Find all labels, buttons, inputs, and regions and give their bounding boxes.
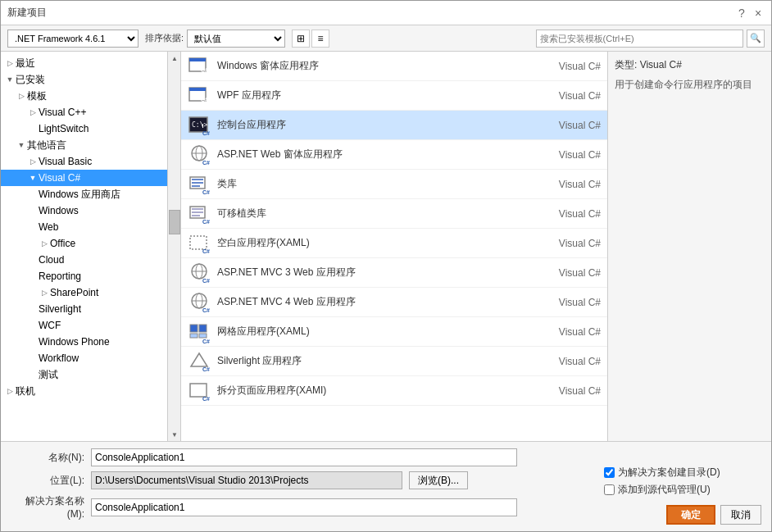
tree-item-office[interactable]: ▷ Office [1,235,180,252]
solution-row: 解决方案名称(M): [11,494,591,520]
svg-text:C#: C# [202,248,210,254]
source-control-checkbox[interactable] [604,484,615,495]
location-input[interactable] [91,471,402,489]
new-project-dialog: 新建项目 ? × .NET Framework 4.6.1 排序依据: 默认值 … [0,0,772,532]
tree-item-online[interactable]: ▷ 联机 [1,383,180,399]
office-arrow: ▷ [39,238,50,249]
tree-item-cloud[interactable]: Cloud [1,252,180,268]
asp-web-icon: C# [188,143,211,166]
tree-item-wcf[interactable]: WCF [1,317,180,334]
template-mvc3[interactable]: C# ASP.NET MVC 3 Web 应用程序 Visual C# [181,258,607,288]
cloud-label: Cloud [39,254,64,266]
left-scrollbar[interactable]: ▲ ▼ [167,52,180,441]
search-button[interactable]: 🔍 [747,30,765,48]
mvc4-type: Visual C# [535,297,601,308]
tree-item-templates[interactable]: ▷ 模板 [1,88,180,104]
tree-item-test[interactable]: 测试 [1,366,180,383]
tree-item-lightswitch[interactable]: LightSwitch [1,120,180,137]
template-wpf[interactable]: C# WPF 应用程序 Visual C# [181,81,607,111]
name-label: 名称(N): [11,451,84,465]
scroll-down-arrow[interactable]: ▼ [168,428,181,441]
otherlang-label: 其他语言 [27,139,66,152]
template-grid-xaml[interactable]: C# 网格应用程序(XAML) Visual C# [181,317,607,347]
installed-arrow: ▼ [4,74,16,85]
svg-rect-41 [190,384,207,397]
blank-xaml-type: Visual C# [535,238,601,249]
tree-item-windows[interactable]: Windows [1,202,180,219]
templates-label: 模板 [27,89,47,103]
tree-item-web[interactable]: Web [1,219,180,235]
grid-view-button[interactable]: ⊞ [292,30,310,48]
tree-item-winphone[interactable]: Windows Phone [1,334,180,350]
svg-rect-35 [199,325,207,332]
scroll-thumb[interactable] [169,210,180,234]
tree-item-vcsharp[interactable]: ▼ Visual C# [1,170,180,186]
blank-xaml-name: 空白应用程序(XAML) [217,236,529,250]
browse-button[interactable]: 浏览(B)... [409,471,468,489]
checkboxes: 为解决方案创建目录(D) 添加到源代码管理(U) [604,466,761,497]
console-type: Visual C# [535,120,601,131]
checkbox2-row: 添加到源代码管理(U) [604,483,761,497]
web-label: Web [39,221,58,233]
reporting-label: Reporting [39,271,81,282]
ok-button[interactable]: 确定 [666,505,715,525]
action-buttons: 确定 取消 [604,505,761,525]
template-blank-xaml[interactable]: C# 空白应用程序(XAML) Visual C# [181,229,607,258]
svg-rect-1 [189,58,206,61]
wpf-type: Visual C# [535,90,601,102]
win-forms-name: Windows 窗体应用程序 [217,59,529,73]
tree-item-recent[interactable]: ▷ 最近 [1,55,180,71]
template-mvc4[interactable]: C# ASP.NET MVC 4 Web 应用程序 Visual C# [181,288,607,317]
search-input[interactable] [536,30,743,48]
name-input[interactable] [91,448,517,466]
silverlight-name: Silverlight 应用程序 [217,354,529,368]
template-classlib[interactable]: C# 类库 Visual C# [181,170,607,199]
help-button[interactable]: ? [735,7,748,20]
mvc4-icon: C# [188,291,211,314]
title-bar-buttons: ? × [735,7,765,20]
template-list: C# Windows 窗体应用程序 Visual C# C# [181,52,607,441]
tree-item-otherlang[interactable]: ▼ 其他语言 [1,137,180,153]
tree-item-winstore[interactable]: Windows 应用商店 [1,186,180,202]
template-asp-web[interactable]: C# ASP.NET Web 窗体应用程序 Visual C# [181,140,607,170]
portable-icon: C# [188,202,211,225]
workflow-label: Workflow [39,352,79,364]
tree-item-workflow[interactable]: Workflow [1,350,180,366]
solution-input[interactable] [91,498,517,516]
tree-item-vcpp[interactable]: ▷ Visual C++ [1,104,180,120]
tree-item-installed[interactable]: ▼ 已安装 [1,71,180,88]
cancel-button[interactable]: 取消 [720,505,761,525]
location-row: 位置(L): 浏览(B)... [11,471,591,489]
svg-rect-8 [202,124,203,128]
template-win-forms[interactable]: C# Windows 窗体应用程序 Visual C# [181,52,607,81]
wpf-name: WPF 应用程序 [217,89,529,102]
list-view-button[interactable]: ≡ [311,30,329,48]
checkbox1-row: 为解决方案创建目录(D) [604,466,761,480]
svg-rect-15 [192,179,203,180]
template-silverlight[interactable]: C# Silverlight 应用程序 Visual C# [181,347,607,376]
title-bar: 新建项目 ? × [1,1,771,25]
mvc3-icon: C# [188,261,211,284]
framework-select[interactable]: .NET Framework 4.6.1 [7,30,139,48]
svg-text:C#: C# [202,278,210,284]
svg-rect-16 [192,182,203,184]
tree-item-vb[interactable]: ▷ Visual Basic [1,153,180,170]
sort-select[interactable]: 默认值 [187,30,285,48]
sharepoint-label: SharePoint [50,287,98,298]
template-console[interactable]: C:\> C# 控制台应用程序 Visual C# [181,111,607,140]
left-panel: ▷ 最近 ▼ 已安装 ▷ 模板 [1,52,181,441]
tree-item-sharepoint[interactable]: ▷ SharePoint [1,284,180,301]
mvc3-name: ASP.NET MVC 3 Web 应用程序 [217,266,529,280]
close-button[interactable]: × [752,7,765,20]
scroll-up-arrow[interactable]: ▲ [168,52,181,65]
vb-label: Visual Basic [39,156,92,167]
create-dir-checkbox[interactable] [604,467,615,478]
sharepoint-arrow: ▷ [39,287,50,298]
template-more[interactable]: C# 拆分页面应用程序(XAMI) Visual C# [181,376,607,406]
svg-text:C#: C# [202,189,210,195]
windows-label: Windows [39,205,79,216]
template-portable[interactable]: C# 可移植类库 Visual C# [181,199,607,229]
tree-item-silverlight[interactable]: Silverlight [1,301,180,317]
tree-item-reporting[interactable]: Reporting [1,268,180,284]
solution-label: 解决方案名称(M): [11,494,84,520]
